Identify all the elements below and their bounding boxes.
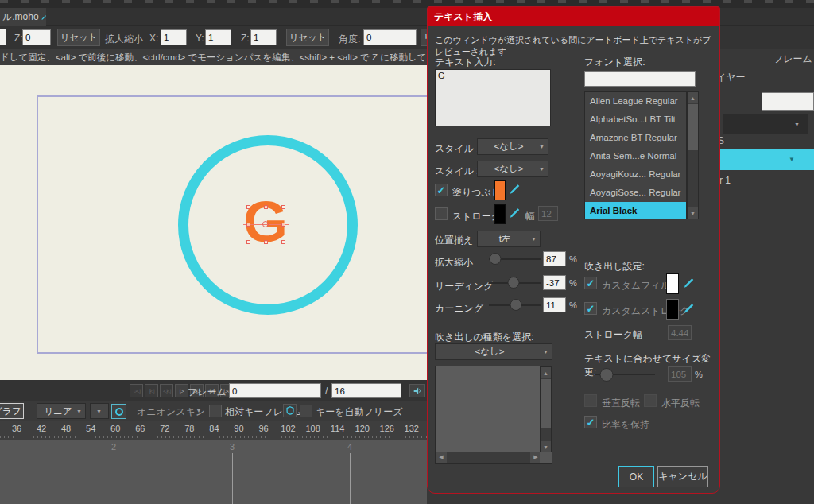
custom-stroke-eyedropper-icon[interactable] [684,302,695,314]
timeline-track[interactable]: 234 [0,440,427,504]
style1-dropdown[interactable]: <なし> ▼ [477,138,548,155]
scale-z-input[interactable] [250,29,277,45]
align-value: t左 [499,233,511,245]
dialog-title-bar[interactable]: テキスト挿入 [428,7,719,26]
scrollbar-thumb[interactable] [541,379,551,428]
extra-dropdown[interactable]: ▼ [90,403,109,419]
document-tab[interactable]: ル.moho [0,8,46,26]
text-scale-input[interactable] [543,251,566,266]
audio-button[interactable] [409,384,425,397]
percent-label: % [569,278,577,288]
font-list-scrollbar[interactable]: ▲ ▼ [687,91,699,219]
cancel-button[interactable]: キャンセル [657,466,708,487]
fill-eyedropper-icon[interactable] [510,183,521,195]
ruler-number: 120 [355,424,370,433]
text-scale-slider[interactable] [489,253,541,266]
custom-fill-swatch[interactable] [666,273,679,294]
balloon-preview-list[interactable]: ▲ ▼ ◀ ▶ [435,366,552,464]
custom-stroke-swatch[interactable] [666,299,679,320]
text-input-area[interactable]: G [435,69,551,126]
flip-horizontal-checkbox[interactable] [644,394,657,407]
angle-label: 角度: [339,33,360,46]
interpolation-dropdown[interactable]: リニア ▼ [37,403,86,419]
auto-freeze-checkbox[interactable] [300,405,312,417]
fill-checkbox[interactable]: ✓ [435,184,448,196]
moho-application-window: ル.moho Z: リセット 拡大縮小 X: Y: Z: リセット 角度: リセ… [0,0,814,504]
step-back-icon[interactable]: ◁◁ [160,384,173,397]
scale-x-input[interactable] [161,29,187,45]
scale-y-input[interactable] [205,29,231,45]
align-dropdown[interactable]: t左 ▼ [477,231,541,247]
selection-handle[interactable] [264,205,268,209]
stroke-eyedropper-icon[interactable] [510,207,521,219]
play-icon[interactable]: ▷ [175,384,188,397]
flip-vertical-checkbox[interactable] [584,394,597,407]
stroke-color-swatch[interactable] [494,204,506,224]
z-input[interactable] [22,29,51,45]
scroll-left-icon[interactable]: ◀ [436,452,447,463]
ok-button[interactable]: OK [618,466,654,487]
font-list-item[interactable]: Alien League Regular [585,92,686,110]
chevron-down-icon[interactable]: ▼ [196,407,202,414]
current-frame-input[interactable] [229,383,321,398]
total-frames-input[interactable] [331,383,401,398]
jump-start-icon[interactable]: |◁ [145,384,158,397]
font-list-item[interactable]: AlphabetSo...t BT Tilt [585,110,686,129]
selected-layer-row[interactable]: ▼ [720,149,814,170]
reset-scale-button[interactable]: リセット [286,29,329,46]
selection-handle[interactable] [281,240,285,244]
font-list-item[interactable]: Amazone BT Regular [585,129,686,147]
style1-label: スタイル 1 [435,142,482,156]
leading-slider[interactable] [489,277,541,289]
playback-bar: ○◁|◁◁◁▷▷▷▷|▷○ フレーム / [0,380,427,401]
stroke-checkbox[interactable] [435,207,448,220]
selection-handle[interactable] [281,205,285,209]
font-search-input[interactable] [584,71,696,87]
balloon-list-vscrollbar[interactable]: ▲ ▼ [540,366,552,453]
style1-value: <なし> [494,141,524,153]
chevron-down-icon: ▼ [789,156,795,163]
balloon-list-hscrollbar[interactable]: ◀ ▶ [436,452,541,463]
leading-input[interactable] [543,275,566,290]
layer-panel-dropdown[interactable]: ▼ [723,114,808,134]
font-list-item[interactable]: Anita Sem...e Normal [585,147,686,165]
fill-label: 塗りつぶし [452,186,501,200]
custom-fill-eyedropper-icon[interactable] [684,277,695,289]
scroll-down-icon[interactable]: ▼ [541,441,551,452]
fill-color-swatch[interactable] [494,180,506,200]
relative-keyframe-checkbox[interactable] [209,405,222,417]
scroll-up-icon[interactable]: ▲ [541,367,551,378]
graph-mode-button[interactable]: グラフ [0,403,24,419]
selection-handle[interactable] [246,240,250,244]
ruler-number: 78 [184,424,194,433]
scroll-up-icon[interactable]: ▲ [688,92,698,103]
angle-input[interactable] [363,29,417,45]
custom-fill-checkbox[interactable]: ✓ [584,277,597,289]
loop-start-icon[interactable]: ○◁ [130,384,143,397]
kerning-input[interactable] [543,297,566,312]
status-bar: ドして固定、<alt> で前後に移動、<ctrl/cmd> でモーションパスを編… [0,49,427,65]
selection-center-point[interactable] [262,221,269,227]
custom-stroke-checkbox[interactable]: ✓ [584,302,597,315]
reset-translate-button[interactable]: リセット [57,29,100,46]
selection-handle[interactable] [246,223,250,227]
canvas[interactable]: G [0,65,427,380]
frame-ruler[interactable]: 3642485460667278849096102108114120126132 [0,421,427,440]
selection-handle[interactable] [281,223,285,227]
font-list-item[interactable]: AoyagiKouz... Regular [585,165,686,184]
selection-handle[interactable] [264,240,268,244]
kerning-slider[interactable] [489,299,541,312]
relative-keyframe-shield-button[interactable] [283,404,297,417]
font-list-item[interactable]: Arial Black [585,202,686,219]
style2-dropdown[interactable]: <なし> ▼ [477,161,548,177]
onion-skin-toggle-button[interactable] [111,404,126,419]
fit-text-input [668,366,692,382]
selection-handle[interactable] [246,205,250,209]
balloon-type-dropdown[interactable]: <なし> ▼ [435,343,552,360]
font-list-item[interactable]: AoyagiSose... Regular [585,184,686,202]
scroll-down-icon[interactable]: ▼ [688,207,698,219]
keep-ratio-checkbox[interactable]: ✓ [584,416,597,428]
font-list[interactable]: Alien League RegularAlphabetSo...t BT Ti… [584,91,687,219]
scrollbar-thumb[interactable] [688,104,698,150]
layer-panel-input[interactable] [762,92,814,111]
